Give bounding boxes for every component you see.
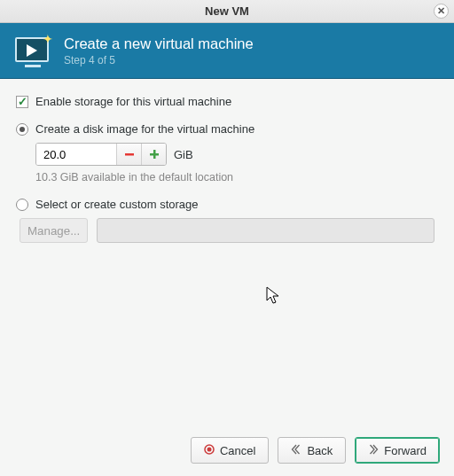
custom-path-input: [97, 218, 434, 243]
back-label: Back: [307, 444, 333, 457]
enable-storage-label: Enable storage for this virtual machine: [35, 95, 231, 108]
titlebar: New VM ✕: [0, 0, 454, 23]
banner-step: Step 4 of 5: [64, 54, 254, 66]
enable-storage-checkbox[interactable]: ✓ Enable storage for this virtual machin…: [16, 95, 438, 108]
footer-buttons: Cancel Back Forward: [0, 437, 454, 464]
new-vm-icon: ✦: [14, 34, 51, 67]
custom-storage-row: Manage...: [16, 218, 438, 243]
svg-point-4: [207, 447, 211, 451]
cancel-icon: [204, 444, 215, 457]
spin-down-button[interactable]: [116, 144, 141, 165]
wizard-banner: ✦ Create a new virtual machine Step 4 of…: [0, 23, 454, 79]
spin-up-button[interactable]: [141, 144, 166, 165]
manage-button: Manage...: [20, 218, 88, 243]
available-space-label: 10.3 GiB available in the default locati…: [35, 171, 438, 183]
banner-text: Create a new virtual machine Step 4 of 5: [64, 35, 254, 66]
custom-storage-radio[interactable]: Select or create custom storage: [16, 198, 438, 211]
disk-size-spinbox: [35, 143, 167, 166]
disk-size-input[interactable]: [36, 144, 116, 165]
create-disk-label: Create a disk image for the virtual mach…: [35, 122, 254, 136]
window-title: New VM: [205, 4, 249, 18]
content-area: ✓ Enable storage for this virtual machin…: [0, 79, 454, 264]
check-icon: ✓: [16, 96, 28, 108]
banner-title: Create a new virtual machine: [64, 35, 254, 52]
radio-unchecked-icon: [16, 199, 28, 211]
mouse-cursor: [266, 286, 282, 306]
custom-storage-label: Select or create custom storage: [35, 198, 199, 211]
chevron-left-icon: [291, 444, 301, 457]
close-button[interactable]: ✕: [434, 4, 449, 19]
disk-size-row: GiB: [35, 143, 438, 166]
plus-icon: [150, 148, 159, 161]
cancel-button[interactable]: Cancel: [191, 437, 269, 464]
forward-label: Forward: [384, 444, 427, 457]
chevron-right-icon: [368, 444, 379, 457]
back-button[interactable]: Back: [278, 437, 346, 464]
forward-button[interactable]: Forward: [355, 437, 440, 464]
minus-icon: [125, 148, 134, 161]
radio-checked-icon: [16, 123, 28, 136]
cancel-label: Cancel: [220, 444, 255, 457]
create-disk-radio[interactable]: Create a disk image for the virtual mach…: [16, 122, 438, 136]
svg-rect-0: [125, 153, 134, 156]
close-icon: ✕: [437, 5, 445, 16]
svg-rect-2: [150, 153, 159, 156]
size-unit-label: GiB: [174, 148, 193, 161]
